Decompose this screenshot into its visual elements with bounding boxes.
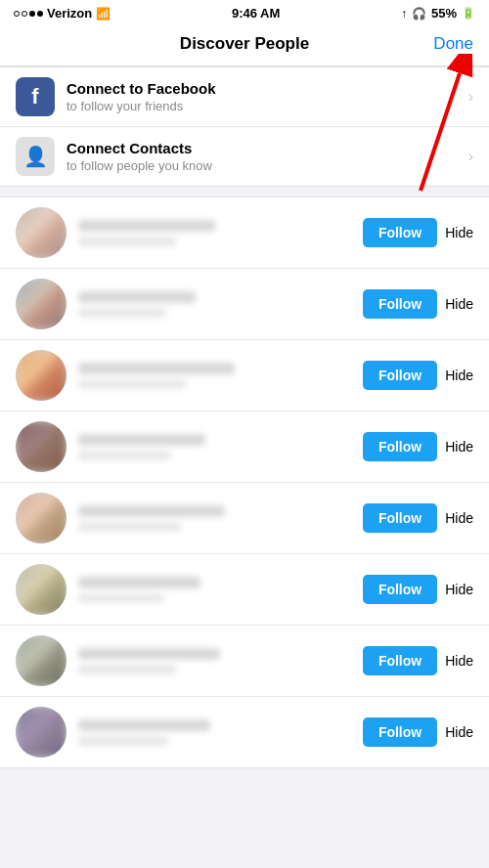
person-actions: Follow Hide (363, 361, 473, 390)
person-actions: Follow Hide (363, 218, 473, 247)
avatar (16, 493, 67, 543)
avatar (16, 707, 67, 758)
status-right: ↑ 🎧 55% 🔋 (401, 6, 475, 21)
battery-icon: 🔋 (462, 7, 475, 20)
person-info (78, 719, 363, 746)
hide-button[interactable]: Hide (445, 439, 473, 455)
contacts-icon: 👤 (16, 137, 55, 176)
person-name (78, 434, 205, 446)
battery-label: 55% (431, 6, 457, 21)
follow-button[interactable]: Follow (363, 717, 437, 747)
person-sub (78, 736, 168, 746)
person-actions: Follow Hide (363, 646, 473, 675)
people-list: Follow Hide Follow Hide Follow H (0, 196, 489, 768)
follow-button[interactable]: Follow (363, 432, 437, 461)
contacts-title: Connect Contacts (67, 140, 461, 156)
wifi-icon: 📶 (96, 7, 111, 21)
done-button[interactable]: Done (433, 34, 473, 54)
person-sub (78, 522, 181, 532)
headphone-icon: 🎧 (412, 7, 426, 21)
person-info (78, 505, 363, 532)
person-name (78, 220, 215, 232)
connect-facebook-item[interactable]: f Connect to Facebook to follow your fri… (0, 67, 489, 127)
follow-button[interactable]: Follow (363, 361, 437, 390)
person-sub (78, 665, 176, 674)
facebook-subtitle: to follow your friends (67, 99, 461, 113)
person-row: Follow Hide (0, 554, 489, 626)
page-title: Discover People (180, 34, 309, 54)
person-info (78, 434, 363, 460)
hide-button[interactable]: Hide (445, 582, 473, 597)
person-name (78, 505, 225, 517)
clock: 9:46 AM (232, 6, 280, 21)
carrier-label: Verizon (47, 6, 92, 21)
follow-button[interactable]: Follow (363, 503, 437, 533)
status-bar: Verizon 📶 9:46 AM ↑ 🎧 55% 🔋 (0, 0, 489, 24)
person-sub (78, 308, 166, 318)
person-row: Follow Hide (0, 340, 489, 412)
hide-button[interactable]: Hide (445, 368, 473, 383)
hide-button[interactable]: Hide (445, 296, 473, 312)
person-sub (78, 379, 186, 389)
signal-dot-1 (14, 11, 20, 17)
person-name (78, 577, 200, 588)
person-sub (78, 593, 164, 603)
person-name (78, 719, 210, 731)
facebook-icon: f (16, 77, 55, 116)
signal-dot-3 (29, 11, 35, 17)
contacts-subtitle: to follow people you know (67, 158, 461, 173)
person-info (78, 291, 363, 318)
page-wrapper: Verizon 📶 9:46 AM ↑ 🎧 55% 🔋 Discover Peo… (0, 0, 489, 768)
facebook-title: Connect to Facebook (67, 80, 461, 97)
person-row: Follow Hide (0, 697, 489, 767)
person-row: Follow Hide (0, 197, 489, 269)
person-row: Follow Hide (0, 626, 489, 697)
avatar (16, 279, 67, 329)
connect-contacts-item[interactable]: 👤 Connect Contacts to follow people you … (0, 127, 489, 186)
person-info (78, 577, 363, 603)
person-actions: Follow Hide (363, 575, 473, 604)
avatar (16, 350, 67, 401)
person-sub (78, 451, 171, 460)
contacts-chevron-icon: › (468, 148, 473, 165)
nav-bar: Discover People Done (0, 24, 489, 66)
person-row: Follow Hide (0, 483, 489, 554)
follow-button[interactable]: Follow (363, 575, 437, 604)
person-name (78, 363, 235, 374)
person-actions: Follow Hide (363, 289, 473, 319)
signal-dots (14, 11, 43, 17)
person-actions: Follow Hide (363, 717, 473, 747)
person-info (78, 363, 363, 389)
person-name (78, 648, 220, 660)
follow-button[interactable]: Follow (363, 218, 437, 247)
facebook-chevron-icon: › (468, 88, 473, 106)
facebook-text: Connect to Facebook to follow your frien… (67, 80, 461, 113)
location-icon: ↑ (401, 7, 407, 21)
follow-button[interactable]: Follow (363, 646, 437, 675)
signal-dot-2 (22, 11, 27, 17)
contacts-text: Connect Contacts to follow people you kn… (67, 140, 461, 173)
person-info (78, 220, 363, 246)
status-left: Verizon 📶 (14, 6, 111, 21)
person-info (78, 648, 363, 674)
avatar (16, 564, 67, 615)
hide-button[interactable]: Hide (445, 653, 473, 669)
person-actions: Follow Hide (363, 432, 473, 461)
signal-dot-4 (37, 11, 43, 17)
avatar (16, 635, 67, 686)
connect-section: f Connect to Facebook to follow your fri… (0, 66, 489, 187)
person-name (78, 291, 196, 303)
avatar (16, 207, 67, 258)
follow-button[interactable]: Follow (363, 289, 437, 319)
avatar (16, 421, 67, 472)
hide-button[interactable]: Hide (445, 225, 473, 240)
hide-button[interactable]: Hide (445, 510, 473, 526)
person-row: Follow Hide (0, 269, 489, 340)
person-actions: Follow Hide (363, 503, 473, 533)
person-sub (78, 237, 176, 246)
person-row: Follow Hide (0, 412, 489, 483)
hide-button[interactable]: Hide (445, 724, 473, 740)
